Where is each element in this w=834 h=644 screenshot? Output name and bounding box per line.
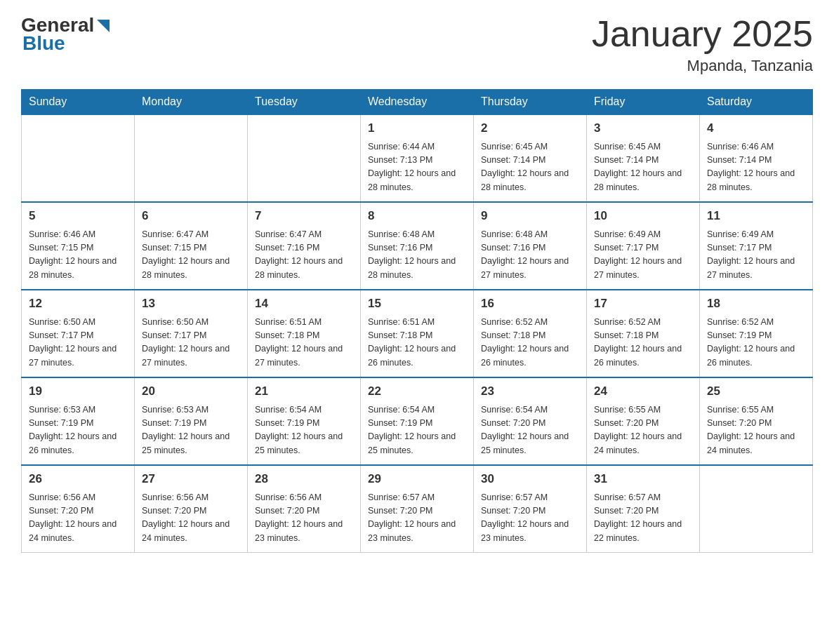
calendar-cell: 29Sunrise: 6:57 AM Sunset: 7:20 PM Dayli…	[361, 465, 474, 553]
calendar-cell: 2Sunrise: 6:45 AM Sunset: 7:14 PM Daylig…	[474, 114, 587, 202]
weekday-header-thursday: Thursday	[474, 90, 587, 115]
day-info: Sunrise: 6:50 AM Sunset: 7:17 PM Dayligh…	[29, 316, 127, 370]
calendar-cell: 3Sunrise: 6:45 AM Sunset: 7:14 PM Daylig…	[587, 114, 700, 202]
day-info: Sunrise: 6:55 AM Sunset: 7:20 PM Dayligh…	[594, 403, 692, 458]
calendar-cell: 10Sunrise: 6:49 AM Sunset: 7:17 PM Dayli…	[587, 202, 700, 290]
calendar-cell: 12Sunrise: 6:50 AM Sunset: 7:17 PM Dayli…	[22, 290, 135, 377]
page-header: General Blue January 2025 Mpanda, Tanzan…	[21, 14, 813, 75]
day-number: 16	[481, 295, 579, 313]
day-number: 31	[594, 470, 692, 488]
day-number: 21	[255, 382, 353, 401]
calendar-cell: 22Sunrise: 6:54 AM Sunset: 7:19 PM Dayli…	[361, 377, 474, 465]
day-number: 20	[142, 382, 240, 401]
calendar-cell	[248, 114, 361, 202]
svg-marker-0	[97, 20, 110, 32]
calendar-cell: 21Sunrise: 6:54 AM Sunset: 7:19 PM Dayli…	[248, 377, 361, 465]
calendar-week-row: 19Sunrise: 6:53 AM Sunset: 7:19 PM Dayli…	[22, 377, 813, 465]
calendar-cell: 8Sunrise: 6:48 AM Sunset: 7:16 PM Daylig…	[361, 202, 474, 290]
day-info: Sunrise: 6:51 AM Sunset: 7:18 PM Dayligh…	[368, 316, 466, 370]
day-info: Sunrise: 6:52 AM Sunset: 7:19 PM Dayligh…	[707, 316, 805, 370]
day-info: Sunrise: 6:49 AM Sunset: 7:17 PM Dayligh…	[594, 228, 692, 283]
weekday-header-monday: Monday	[135, 90, 248, 115]
day-number: 12	[29, 295, 127, 313]
day-info: Sunrise: 6:49 AM Sunset: 7:17 PM Dayligh…	[707, 228, 805, 283]
logo: General Blue	[21, 14, 111, 55]
calendar-cell: 11Sunrise: 6:49 AM Sunset: 7:17 PM Dayli…	[700, 202, 813, 290]
day-info: Sunrise: 6:50 AM Sunset: 7:17 PM Dayligh…	[142, 316, 240, 370]
calendar-week-row: 26Sunrise: 6:56 AM Sunset: 7:20 PM Dayli…	[22, 465, 813, 553]
day-number: 6	[142, 207, 240, 225]
day-info: Sunrise: 6:57 AM Sunset: 7:20 PM Dayligh…	[481, 491, 579, 546]
day-info: Sunrise: 6:44 AM Sunset: 7:13 PM Dayligh…	[368, 140, 466, 195]
day-info: Sunrise: 6:53 AM Sunset: 7:19 PM Dayligh…	[29, 403, 127, 458]
location-subtitle: Mpanda, Tanzania	[592, 57, 813, 75]
day-info: Sunrise: 6:56 AM Sunset: 7:20 PM Dayligh…	[29, 491, 127, 546]
day-number: 19	[29, 382, 127, 401]
day-info: Sunrise: 6:57 AM Sunset: 7:20 PM Dayligh…	[594, 491, 692, 546]
calendar-cell: 9Sunrise: 6:48 AM Sunset: 7:16 PM Daylig…	[474, 202, 587, 290]
day-info: Sunrise: 6:48 AM Sunset: 7:16 PM Dayligh…	[481, 228, 579, 283]
day-info: Sunrise: 6:47 AM Sunset: 7:16 PM Dayligh…	[255, 228, 353, 283]
title-block: January 2025 Mpanda, Tanzania	[592, 14, 813, 75]
month-title: January 2025	[592, 14, 813, 54]
day-info: Sunrise: 6:45 AM Sunset: 7:14 PM Dayligh…	[594, 140, 692, 195]
day-number: 23	[481, 382, 579, 401]
day-number: 30	[481, 470, 579, 488]
day-info: Sunrise: 6:56 AM Sunset: 7:20 PM Dayligh…	[142, 491, 240, 546]
day-number: 3	[594, 119, 692, 137]
calendar-cell	[135, 114, 248, 202]
day-info: Sunrise: 6:55 AM Sunset: 7:20 PM Dayligh…	[707, 403, 805, 458]
weekday-header-wednesday: Wednesday	[361, 90, 474, 115]
day-number: 13	[142, 295, 240, 313]
day-number: 4	[707, 119, 805, 137]
day-number: 18	[707, 295, 805, 313]
calendar-cell: 20Sunrise: 6:53 AM Sunset: 7:19 PM Dayli…	[135, 377, 248, 465]
day-info: Sunrise: 6:57 AM Sunset: 7:20 PM Dayligh…	[368, 491, 466, 546]
day-number: 29	[368, 470, 466, 488]
day-number: 15	[368, 295, 466, 313]
day-info: Sunrise: 6:53 AM Sunset: 7:19 PM Dayligh…	[142, 403, 240, 458]
day-number: 22	[368, 382, 466, 401]
calendar-cell: 23Sunrise: 6:54 AM Sunset: 7:20 PM Dayli…	[474, 377, 587, 465]
calendar-cell: 24Sunrise: 6:55 AM Sunset: 7:20 PM Dayli…	[587, 377, 700, 465]
calendar-cell: 28Sunrise: 6:56 AM Sunset: 7:20 PM Dayli…	[248, 465, 361, 553]
weekday-header-saturday: Saturday	[700, 90, 813, 115]
calendar-cell: 1Sunrise: 6:44 AM Sunset: 7:13 PM Daylig…	[361, 114, 474, 202]
calendar-cell: 5Sunrise: 6:46 AM Sunset: 7:15 PM Daylig…	[22, 202, 135, 290]
day-number: 27	[142, 470, 240, 488]
calendar-cell: 19Sunrise: 6:53 AM Sunset: 7:19 PM Dayli…	[22, 377, 135, 465]
day-number: 10	[594, 207, 692, 225]
day-info: Sunrise: 6:54 AM Sunset: 7:19 PM Dayligh…	[368, 403, 466, 458]
calendar-week-row: 12Sunrise: 6:50 AM Sunset: 7:17 PM Dayli…	[22, 290, 813, 377]
day-number: 24	[594, 382, 692, 401]
day-number: 8	[368, 207, 466, 225]
day-info: Sunrise: 6:54 AM Sunset: 7:19 PM Dayligh…	[255, 403, 353, 458]
day-number: 5	[29, 207, 127, 225]
calendar-cell: 18Sunrise: 6:52 AM Sunset: 7:19 PM Dayli…	[700, 290, 813, 377]
weekday-header-tuesday: Tuesday	[248, 90, 361, 115]
day-number: 2	[481, 119, 579, 137]
day-number: 9	[481, 207, 579, 225]
day-number: 7	[255, 207, 353, 225]
day-info: Sunrise: 6:56 AM Sunset: 7:20 PM Dayligh…	[255, 491, 353, 546]
day-info: Sunrise: 6:47 AM Sunset: 7:15 PM Dayligh…	[142, 228, 240, 283]
calendar-cell	[700, 465, 813, 553]
calendar-cell: 16Sunrise: 6:52 AM Sunset: 7:18 PM Dayli…	[474, 290, 587, 377]
calendar-cell: 13Sunrise: 6:50 AM Sunset: 7:17 PM Dayli…	[135, 290, 248, 377]
day-number: 11	[707, 207, 805, 225]
calendar-cell: 15Sunrise: 6:51 AM Sunset: 7:18 PM Dayli…	[361, 290, 474, 377]
weekday-header-friday: Friday	[587, 90, 700, 115]
day-number: 14	[255, 295, 353, 313]
calendar-cell: 7Sunrise: 6:47 AM Sunset: 7:16 PM Daylig…	[248, 202, 361, 290]
day-info: Sunrise: 6:51 AM Sunset: 7:18 PM Dayligh…	[255, 316, 353, 370]
day-number: 26	[29, 470, 127, 488]
day-info: Sunrise: 6:52 AM Sunset: 7:18 PM Dayligh…	[481, 316, 579, 370]
calendar-cell	[22, 114, 135, 202]
logo-triangle-icon	[95, 18, 111, 34]
day-info: Sunrise: 6:46 AM Sunset: 7:14 PM Dayligh…	[707, 140, 805, 195]
day-number: 1	[368, 119, 466, 137]
calendar-cell: 17Sunrise: 6:52 AM Sunset: 7:18 PM Dayli…	[587, 290, 700, 377]
calendar-cell: 14Sunrise: 6:51 AM Sunset: 7:18 PM Dayli…	[248, 290, 361, 377]
calendar-cell: 30Sunrise: 6:57 AM Sunset: 7:20 PM Dayli…	[474, 465, 587, 553]
calendar-cell: 6Sunrise: 6:47 AM Sunset: 7:15 PM Daylig…	[135, 202, 248, 290]
